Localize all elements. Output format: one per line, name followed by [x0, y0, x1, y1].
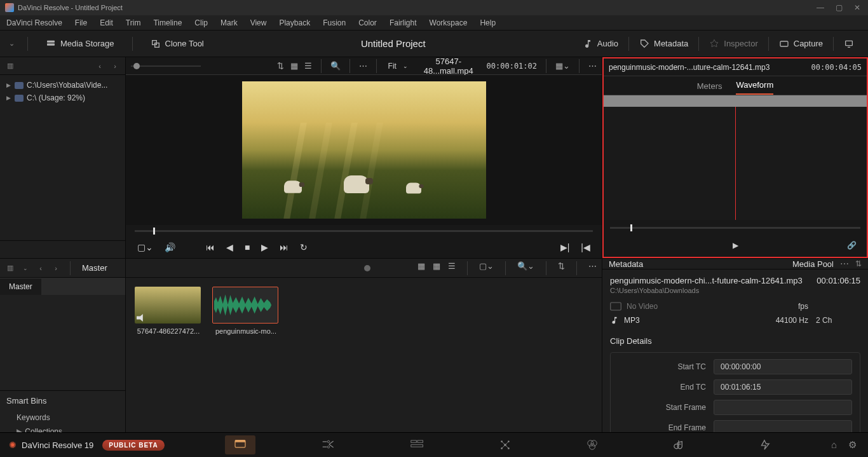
search-icon[interactable]: 🔍: [330, 61, 341, 71]
menu-fairlight[interactable]: Fairlight: [390, 18, 417, 27]
goto-start-icon[interactable]: ⏮: [206, 242, 215, 252]
page-deliver[interactable]: [750, 435, 779, 454]
tree-label: C:\ (Usage: 92%): [27, 93, 85, 102]
home-icon[interactable]: ⌂: [831, 439, 837, 451]
nav-fwd-icon[interactable]: ›: [110, 61, 120, 71]
playhead: [735, 107, 736, 220]
film-view-icon[interactable]: ▦: [417, 261, 425, 275]
toolbar-chevron-icon[interactable]: ⌄: [9, 39, 15, 48]
capture-panel-button[interactable]: Capture: [774, 36, 828, 51]
menu-workspace[interactable]: Workspace: [430, 18, 468, 27]
minimize-button[interactable]: —: [817, 3, 824, 12]
svg-rect-5: [846, 41, 853, 45]
preview-monitor[interactable]: [126, 75, 602, 225]
stop-icon[interactable]: ■: [245, 242, 250, 252]
svg-rect-0: [47, 40, 55, 42]
grid-view-icon[interactable]: ▦: [433, 261, 440, 275]
start-frame-field[interactable]: [714, 400, 852, 415]
waveform-display[interactable]: [604, 95, 867, 220]
list-view-icon[interactable]: ☰: [304, 61, 312, 71]
mark-out-icon[interactable]: |◀: [581, 242, 590, 252]
menu-fusion[interactable]: Fusion: [323, 18, 346, 27]
waveform-overview: [604, 95, 867, 107]
chevron-down-icon[interactable]: ⌄: [20, 263, 31, 273]
smart-bin-keywords[interactable]: Keywords: [6, 411, 119, 425]
nav-back-icon[interactable]: ‹: [36, 263, 46, 273]
media-clip[interactable]: 57647-486227472...: [135, 287, 202, 435]
master-bin-tab[interactable]: Master: [0, 278, 41, 295]
panel-layout-icon[interactable]: ▥: [5, 61, 15, 71]
menu-file[interactable]: File: [75, 18, 87, 27]
page-fusion[interactable]: [491, 435, 520, 454]
resolve-logo-icon: ✺: [9, 440, 17, 450]
end-tc-field[interactable]: 00:01:06:15: [714, 379, 852, 395]
volume-icon[interactable]: 🔊: [165, 242, 175, 252]
viewer-more-icon[interactable]: ⋯: [588, 61, 597, 71]
more-icon[interactable]: ⋯: [840, 259, 849, 269]
tab-waveform[interactable]: Waveform: [736, 76, 773, 95]
sort-icon[interactable]: ⇅: [855, 259, 862, 268]
audio-play-icon[interactable]: ▶: [733, 241, 738, 250]
nav-back-icon[interactable]: ‹: [95, 61, 105, 71]
viewer-mode-icon[interactable]: ▦⌄: [555, 61, 570, 71]
nav-fwd-icon[interactable]: ›: [51, 263, 61, 273]
page-edit[interactable]: [402, 435, 433, 454]
screen-icon-button[interactable]: [839, 36, 859, 51]
link-icon[interactable]: 🔗: [847, 241, 857, 250]
inspector-panel-button[interactable]: Inspector: [704, 36, 763, 51]
audio-panel-button[interactable]: Audio: [578, 36, 623, 51]
page-media[interactable]: [225, 435, 255, 454]
menu-davinci[interactable]: DaVinci Resolve: [6, 18, 62, 27]
tab-meters[interactable]: Meters: [697, 78, 722, 95]
settings-gear-icon[interactable]: ⚙: [848, 439, 857, 451]
loop-icon[interactable]: ↻: [300, 242, 308, 252]
page-color[interactable]: [577, 435, 607, 454]
viewer-mode-button[interactable]: ▢⌄: [137, 242, 153, 252]
start-tc-field[interactable]: 00:00:00:00: [714, 359, 852, 374]
page-cut[interactable]: [313, 435, 344, 454]
menu-edit[interactable]: Edit: [100, 18, 113, 27]
chevron-right-icon: ▶: [6, 95, 11, 101]
panel-layout-icon[interactable]: ▥: [5, 263, 15, 273]
tree-row[interactable]: ▶ C:\Users\Yobaba\Vide...: [3, 79, 123, 92]
goto-end-icon[interactable]: ⏭: [280, 242, 288, 252]
list-view-icon[interactable]: ☰: [448, 261, 456, 275]
metadata-tab[interactable]: Metadata: [609, 259, 643, 269]
format-label: MP3: [624, 316, 640, 325]
tree-row[interactable]: ▶ C:\ (Usage: 92%): [3, 92, 123, 104]
more-icon[interactable]: ⋯: [588, 261, 597, 275]
menu-mark[interactable]: Mark: [220, 18, 238, 27]
menu-clip[interactable]: Clip: [194, 18, 208, 27]
metadata-panel-button[interactable]: Metadata: [634, 36, 693, 51]
clone-tool-button[interactable]: Clone Tool: [146, 36, 209, 51]
menu-playback[interactable]: Playback: [279, 18, 310, 27]
audio-scrubber[interactable]: [610, 222, 860, 234]
play-icon[interactable]: ▶: [261, 242, 268, 252]
menu-trim[interactable]: Trim: [126, 18, 141, 27]
close-button[interactable]: ✕: [854, 3, 860, 12]
mark-in-icon[interactable]: ▶|: [560, 242, 570, 252]
grid-view-icon[interactable]: ▦: [290, 61, 298, 71]
page-fairlight[interactable]: [665, 435, 693, 454]
viewer-clip-name: 57647-48...mall.mp4: [416, 57, 482, 76]
menu-help[interactable]: Help: [480, 18, 496, 27]
source-viewer: ⇅ ▦ ☰ 🔍 ⋯ Fit ⌄ 57647-48...mall.mp4 00:0…: [126, 57, 602, 258]
no-video-label: No Video: [627, 302, 658, 311]
maximize-button[interactable]: ▢: [836, 3, 843, 12]
media-clip[interactable]: penguinmusic-mo...: [212, 287, 280, 435]
viewer-scrubber[interactable]: [135, 225, 593, 236]
pool-mode-icon[interactable]: ▢⌄: [479, 261, 494, 275]
menu-color[interactable]: Color: [358, 18, 377, 27]
zoom-fit-dropdown[interactable]: Fit ⌄: [386, 62, 410, 71]
media-pool-tab[interactable]: Media Pool: [792, 259, 834, 269]
menu-view[interactable]: View: [250, 18, 267, 27]
deliver-page-icon: [759, 439, 770, 451]
menu-timeline[interactable]: Timeline: [153, 18, 182, 27]
play-reverse-icon[interactable]: ◀: [226, 242, 233, 252]
search-icon[interactable]: 🔍⌄: [517, 261, 534, 275]
media-storage-button[interactable]: Media Storage: [41, 36, 119, 51]
more-icon[interactable]: ⋯: [359, 61, 367, 71]
thumb-size-slider[interactable]: [364, 265, 370, 271]
sort-icon[interactable]: ⇅: [558, 261, 565, 275]
sort-icon[interactable]: ⇅: [277, 61, 284, 71]
